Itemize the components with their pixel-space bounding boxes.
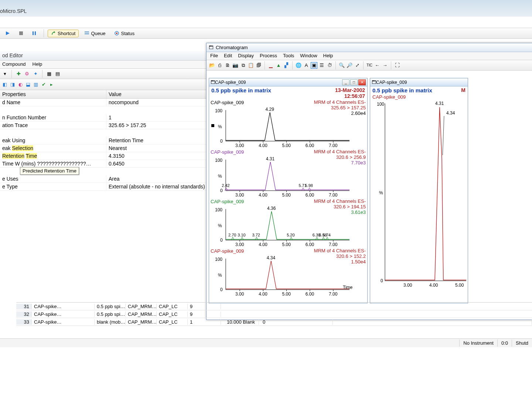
- svg-text:%: %: [218, 124, 222, 129]
- property-row[interactable]: n Function Number1: [0, 114, 207, 122]
- table-row[interactable]: 33CAP-spike…blank (mob…CAP_MRM…CAP_LC110…: [16, 318, 532, 326]
- doc1-title: CAP-spike_009: [215, 80, 246, 85]
- property-row[interactable]: e TypeExternal (absolute - no internal s…: [0, 183, 207, 191]
- window-tile-icon[interactable]: ▣: [311, 62, 317, 69]
- table-row[interactable]: 31CAP-spike…0.5 ppb spi…CAP_MRM…CAP_LC9: [16, 303, 532, 310]
- menu-display[interactable]: Display: [238, 53, 254, 59]
- zoom-reset-icon[interactable]: ⤢: [354, 62, 361, 69]
- doc2-titlebar[interactable]: 🗔 CAP-spike_009: [370, 78, 468, 86]
- property-key: e Type: [0, 183, 106, 190]
- compound-config-icon[interactable]: ⚙: [24, 71, 30, 77]
- toolbar-stop-button[interactable]: [16, 30, 27, 37]
- svg-text:0: 0: [381, 278, 383, 283]
- menu-help[interactable]: Help: [323, 53, 333, 59]
- property-row[interactable]: eak UsingRetention Time: [0, 137, 207, 144]
- property-row[interactable]: d Namenocompound: [0, 99, 207, 106]
- svg-text:4.29: 4.29: [266, 107, 274, 112]
- camera-icon[interactable]: 📷: [232, 62, 239, 69]
- fullscreen-icon[interactable]: ⛶: [394, 62, 400, 69]
- compound-link-icon[interactable]: ✦: [32, 71, 39, 77]
- svg-text:7.00: 7.00: [329, 291, 338, 297]
- open-icon[interactable]: 📂: [209, 62, 215, 69]
- svg-text:100: 100: [215, 158, 222, 163]
- svg-rect-1: [19, 31, 23, 35]
- property-row[interactable]: Time W (mins) ?????????????????…0.6450: [0, 160, 207, 168]
- table-row[interactable]: 32CAP-spike…0.5 ppb spi…CAP_MRM…CAP_LC9: [16, 310, 532, 318]
- mrm-plot[interactable]: CAP-spike_009MRM of 4 Channels ES-320.6 …: [209, 199, 367, 248]
- table-view-icon[interactable]: ▦: [46, 71, 52, 77]
- tic-icon[interactable]: TIC: [366, 62, 373, 69]
- svg-text:6.00: 6.00: [306, 242, 314, 247]
- globe-icon[interactable]: 🌐: [295, 62, 302, 69]
- tb2-icon-1[interactable]: ◧: [1, 81, 8, 88]
- chromatogram-toolbar: 📂 ⎙ 🗎 📷 ⧉ 📋 🗐 ▁ ▲ ▞ 🌐 A ▣ ☰ ⏱ 🔍 🔎 ⤢ TIC …: [207, 60, 532, 71]
- text-icon[interactable]: A: [303, 62, 310, 69]
- menu-file[interactable]: File: [210, 53, 218, 59]
- queue-button[interactable]: Queue: [81, 30, 109, 37]
- tb2-icon-2[interactable]: ◨: [9, 81, 16, 88]
- property-row[interactable]: eak SelectionNearest: [0, 144, 207, 152]
- property-row[interactable]: e UsesArea: [0, 175, 207, 183]
- print-preview-icon[interactable]: 🗎: [224, 62, 231, 69]
- svg-text:3.00: 3.00: [235, 242, 244, 247]
- mrm-plot[interactable]: CAP-spike_009MRM of 4 Channels ES-325.65…: [209, 100, 367, 149]
- zoom-in-icon[interactable]: 🔍: [338, 62, 345, 69]
- property-key: n Function Number: [0, 114, 106, 121]
- property-value: Retention Time: [106, 137, 207, 144]
- clip-icon[interactable]: 🗐: [255, 62, 262, 69]
- doc2-desc-text: 0.5 ppb spike in matrix: [372, 87, 432, 93]
- mrm-plot[interactable]: CAP-spike_009MRM of 4 Channels ES-320.6 …: [209, 149, 367, 199]
- tb2-icon-6[interactable]: ✔: [40, 81, 47, 88]
- doc1-maximize-button[interactable]: □: [350, 79, 358, 85]
- status-button[interactable]: Status: [111, 30, 138, 37]
- property-row[interactable]: ation Trace325.65 > 157.25: [0, 122, 207, 129]
- paste-icon[interactable]: 📋: [248, 62, 254, 69]
- svg-text:5.00: 5.00: [282, 242, 291, 247]
- doc2-plot[interactable]: 100 % 0 3.00 4.00 5.00 4.31 4.34: [370, 100, 468, 299]
- chart-bar-icon[interactable]: ▁: [267, 62, 274, 69]
- tb2-icon-7[interactable]: ▸: [48, 81, 55, 88]
- doc1-minimize-button[interactable]: _: [342, 79, 349, 85]
- sample-table[interactable]: 31CAP-spike…0.5 ppb spi…CAP_MRM…CAP_LC93…: [16, 302, 532, 327]
- nav-fwd-icon[interactable]: →: [382, 62, 388, 69]
- menu-help-editor[interactable]: Help: [33, 61, 42, 68]
- nav-back-icon[interactable]: ←: [374, 62, 381, 69]
- zoom-out-icon[interactable]: 🔎: [346, 62, 353, 69]
- filename-tab: oMicro.SPL: [0, 8, 27, 14]
- property-key: eak Selection: [0, 144, 106, 152]
- editor-dropdown-icon[interactable]: ▾: [1, 71, 8, 77]
- timer-icon[interactable]: ⏱: [326, 62, 333, 69]
- tb2-icon-5[interactable]: ▥: [33, 81, 39, 88]
- tb2-icon-3[interactable]: ◐: [17, 81, 24, 88]
- property-key: e Uses: [0, 175, 106, 183]
- chromatogram-titlebar[interactable]: 🗔 Chromatogram: [207, 43, 532, 52]
- chromatogram-doc-2: 🗔 CAP-spike_009 0.5 ppb spike in matrix …: [370, 78, 468, 303]
- copy-icon[interactable]: ⧉: [240, 62, 246, 69]
- chart-view-icon[interactable]: ▤: [54, 71, 61, 77]
- menu-edit[interactable]: Edit: [224, 53, 232, 59]
- toolbar-play-button[interactable]: [2, 30, 13, 37]
- menu-process[interactable]: Process: [260, 53, 277, 59]
- property-value: nocompound: [106, 99, 207, 106]
- svg-text:6.00: 6.00: [306, 143, 314, 148]
- print-icon[interactable]: ⎙: [216, 62, 223, 69]
- mrm-plot[interactable]: CAP-spike_009MRM of 4 Channels ES-320.6 …: [209, 248, 367, 298]
- toolbar-pause-button[interactable]: [29, 30, 40, 37]
- property-key: Retention Time: [0, 152, 106, 160]
- chart-peak-icon[interactable]: ▲: [275, 62, 282, 69]
- chart-line-icon[interactable]: ▞: [283, 62, 290, 69]
- shortcut-button[interactable]: Shortcut: [48, 30, 79, 37]
- menu-compound[interactable]: Compound: [2, 61, 26, 68]
- menu-tools[interactable]: Tools: [283, 53, 294, 59]
- property-row[interactable]: Retention Time4.3150: [0, 152, 207, 160]
- doc1-close-button[interactable]: ✕: [358, 79, 366, 85]
- property-value: 1: [106, 114, 207, 121]
- menu-window[interactable]: Window: [300, 53, 317, 59]
- svg-text:4.00: 4.00: [259, 242, 267, 247]
- chromatogram-doc-1: 🗔 CAP-spike_009 _ □ ✕ 0.5 ppb spike in m…: [209, 78, 368, 303]
- col-properties: Properties: [0, 90, 106, 98]
- compound-add-icon[interactable]: ✚: [15, 71, 22, 77]
- tb2-icon-4[interactable]: ⬓: [25, 81, 31, 88]
- config-icon[interactable]: ☰: [318, 62, 325, 69]
- doc1-titlebar[interactable]: 🗔 CAP-spike_009 _ □ ✕: [209, 78, 367, 86]
